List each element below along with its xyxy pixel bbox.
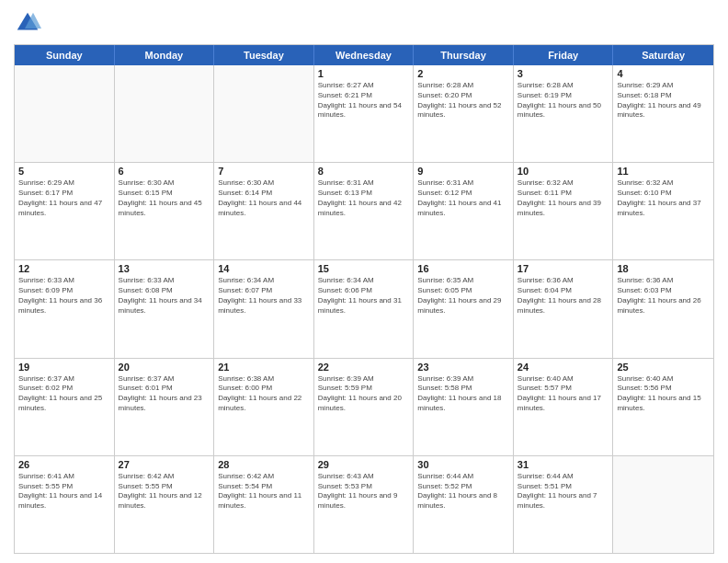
day-info: Sunrise: 6:39 AMSunset: 5:58 PMDaylight:…	[417, 374, 509, 414]
day-info: Sunrise: 6:30 AMSunset: 6:15 PMDaylight:…	[119, 178, 210, 218]
day-number: 20	[119, 362, 210, 373]
day-number: 16	[417, 263, 509, 274]
day-number: 1	[318, 68, 410, 79]
day-info: Sunrise: 6:37 AMSunset: 6:01 PMDaylight:…	[119, 374, 210, 414]
day-cell-31: 31Sunrise: 6:44 AMSunset: 5:51 PMDayligh…	[514, 456, 614, 553]
logo-icon	[14, 9, 41, 37]
logo	[14, 9, 45, 37]
calendar-body: 1Sunrise: 6:27 AMSunset: 6:21 PMDaylight…	[15, 65, 713, 553]
header-day-friday: Friday	[514, 45, 614, 65]
day-info: Sunrise: 6:37 AMSunset: 6:02 PMDaylight:…	[18, 374, 110, 414]
day-number: 4	[617, 68, 710, 79]
day-cell-10: 10Sunrise: 6:32 AMSunset: 6:11 PMDayligh…	[514, 163, 614, 259]
day-info: Sunrise: 6:34 AMSunset: 6:07 PMDaylight:…	[218, 276, 310, 316]
day-number: 24	[518, 362, 609, 373]
day-cell-29: 29Sunrise: 6:43 AMSunset: 5:53 PMDayligh…	[314, 456, 415, 553]
day-info: Sunrise: 6:29 AMSunset: 6:17 PMDaylight:…	[18, 178, 110, 218]
day-number: 25	[617, 362, 710, 373]
day-cell-25: 25Sunrise: 6:40 AMSunset: 5:56 PMDayligh…	[613, 359, 713, 455]
header-day-sunday: Sunday	[15, 45, 115, 65]
day-cell-20: 20Sunrise: 6:37 AMSunset: 6:01 PMDayligh…	[115, 359, 215, 455]
day-cell-22: 22Sunrise: 6:39 AMSunset: 5:59 PMDayligh…	[314, 359, 415, 455]
day-number: 18	[617, 263, 710, 274]
day-info: Sunrise: 6:35 AMSunset: 6:05 PMDaylight:…	[417, 276, 509, 316]
day-info: Sunrise: 6:31 AMSunset: 6:12 PMDaylight:…	[417, 178, 509, 218]
day-cell-19: 19Sunrise: 6:37 AMSunset: 6:02 PMDayligh…	[15, 359, 115, 455]
empty-cell	[214, 65, 314, 162]
day-cell-1: 1Sunrise: 6:27 AMSunset: 6:21 PMDaylight…	[314, 65, 415, 162]
header	[14, 9, 714, 37]
day-info: Sunrise: 6:42 AMSunset: 5:54 PMDaylight:…	[218, 472, 310, 511]
day-info: Sunrise: 6:34 AMSunset: 6:06 PMDaylight:…	[318, 276, 410, 316]
day-number: 21	[218, 362, 310, 373]
header-day-wednesday: Wednesday	[314, 45, 415, 65]
day-cell-7: 7Sunrise: 6:30 AMSunset: 6:14 PMDaylight…	[214, 163, 314, 259]
day-number: 12	[18, 263, 110, 274]
day-cell-5: 5Sunrise: 6:29 AMSunset: 6:17 PMDaylight…	[15, 163, 115, 259]
day-cell-16: 16Sunrise: 6:35 AMSunset: 6:05 PMDayligh…	[414, 260, 514, 357]
day-number: 13	[119, 263, 210, 274]
day-number: 2	[417, 68, 509, 79]
day-cell-17: 17Sunrise: 6:36 AMSunset: 6:04 PMDayligh…	[514, 260, 614, 357]
day-number: 5	[18, 166, 110, 177]
calendar-row-1: 1Sunrise: 6:27 AMSunset: 6:21 PMDaylight…	[15, 65, 713, 162]
day-number: 10	[518, 166, 609, 177]
day-info: Sunrise: 6:28 AMSunset: 6:19 PMDaylight:…	[518, 81, 609, 121]
calendar-row-3: 12Sunrise: 6:33 AMSunset: 6:09 PMDayligh…	[15, 259, 713, 357]
day-info: Sunrise: 6:42 AMSunset: 5:55 PMDaylight:…	[119, 472, 210, 511]
day-info: Sunrise: 6:28 AMSunset: 6:20 PMDaylight:…	[417, 81, 509, 121]
day-info: Sunrise: 6:40 AMSunset: 5:56 PMDaylight:…	[617, 374, 710, 414]
day-info: Sunrise: 6:33 AMSunset: 6:08 PMDaylight:…	[119, 276, 210, 316]
day-number: 29	[318, 459, 410, 470]
day-cell-9: 9Sunrise: 6:31 AMSunset: 6:12 PMDaylight…	[414, 163, 514, 259]
day-info: Sunrise: 6:27 AMSunset: 6:21 PMDaylight:…	[318, 81, 410, 121]
day-number: 15	[318, 263, 410, 274]
empty-cell	[115, 65, 215, 162]
day-cell-21: 21Sunrise: 6:38 AMSunset: 6:00 PMDayligh…	[214, 359, 314, 455]
day-number: 28	[218, 459, 310, 470]
header-day-saturday: Saturday	[613, 45, 713, 65]
day-cell-15: 15Sunrise: 6:34 AMSunset: 6:06 PMDayligh…	[314, 260, 415, 357]
day-number: 3	[518, 68, 609, 79]
page: SundayMondayTuesdayWednesdayThursdayFrid…	[0, 0, 728, 563]
day-number: 22	[318, 362, 410, 373]
calendar-row-5: 26Sunrise: 6:41 AMSunset: 5:55 PMDayligh…	[15, 455, 713, 553]
day-cell-28: 28Sunrise: 6:42 AMSunset: 5:54 PMDayligh…	[214, 456, 314, 553]
day-number: 11	[617, 166, 710, 177]
day-cell-30: 30Sunrise: 6:44 AMSunset: 5:52 PMDayligh…	[414, 456, 514, 553]
day-info: Sunrise: 6:44 AMSunset: 5:52 PMDaylight:…	[417, 472, 509, 511]
empty-cell	[15, 65, 115, 162]
day-number: 26	[18, 459, 110, 470]
day-cell-13: 13Sunrise: 6:33 AMSunset: 6:08 PMDayligh…	[115, 260, 215, 357]
day-cell-23: 23Sunrise: 6:39 AMSunset: 5:58 PMDayligh…	[414, 359, 514, 455]
day-number: 6	[119, 166, 210, 177]
calendar-row-4: 19Sunrise: 6:37 AMSunset: 6:02 PMDayligh…	[15, 358, 713, 455]
day-info: Sunrise: 6:41 AMSunset: 5:55 PMDaylight:…	[18, 472, 110, 511]
day-cell-26: 26Sunrise: 6:41 AMSunset: 5:55 PMDayligh…	[15, 456, 115, 553]
day-cell-18: 18Sunrise: 6:36 AMSunset: 6:03 PMDayligh…	[613, 260, 713, 357]
day-number: 23	[417, 362, 509, 373]
day-cell-4: 4Sunrise: 6:29 AMSunset: 6:18 PMDaylight…	[613, 65, 713, 162]
day-cell-12: 12Sunrise: 6:33 AMSunset: 6:09 PMDayligh…	[15, 260, 115, 357]
day-cell-27: 27Sunrise: 6:42 AMSunset: 5:55 PMDayligh…	[115, 456, 215, 553]
day-info: Sunrise: 6:44 AMSunset: 5:51 PMDaylight:…	[518, 472, 609, 511]
day-info: Sunrise: 6:29 AMSunset: 6:18 PMDaylight:…	[617, 81, 710, 121]
day-number: 19	[18, 362, 110, 373]
header-day-thursday: Thursday	[414, 45, 514, 65]
calendar: SundayMondayTuesdayWednesdayThursdayFrid…	[14, 44, 714, 554]
day-number: 31	[518, 459, 609, 470]
day-info: Sunrise: 6:36 AMSunset: 6:03 PMDaylight:…	[617, 276, 710, 316]
day-number: 27	[119, 459, 210, 470]
day-info: Sunrise: 6:32 AMSunset: 6:11 PMDaylight:…	[518, 178, 609, 218]
day-cell-24: 24Sunrise: 6:40 AMSunset: 5:57 PMDayligh…	[514, 359, 614, 455]
day-info: Sunrise: 6:31 AMSunset: 6:13 PMDaylight:…	[318, 178, 410, 218]
day-number: 9	[417, 166, 509, 177]
header-day-tuesday: Tuesday	[214, 45, 314, 65]
day-info: Sunrise: 6:30 AMSunset: 6:14 PMDaylight:…	[218, 178, 310, 218]
calendar-row-2: 5Sunrise: 6:29 AMSunset: 6:17 PMDaylight…	[15, 162, 713, 259]
day-info: Sunrise: 6:43 AMSunset: 5:53 PMDaylight:…	[318, 472, 410, 511]
day-cell-6: 6Sunrise: 6:30 AMSunset: 6:15 PMDaylight…	[115, 163, 215, 259]
day-number: 30	[417, 459, 509, 470]
day-cell-14: 14Sunrise: 6:34 AMSunset: 6:07 PMDayligh…	[214, 260, 314, 357]
day-cell-8: 8Sunrise: 6:31 AMSunset: 6:13 PMDaylight…	[314, 163, 415, 259]
